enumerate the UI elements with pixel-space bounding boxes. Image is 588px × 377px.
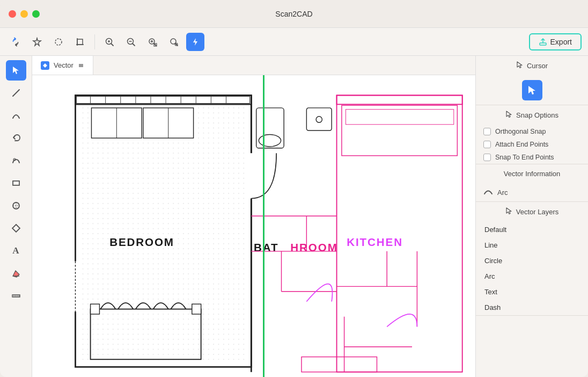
vector-tab[interactable]: Vector (32, 56, 93, 75)
cursor-title: Cursor (527, 62, 548, 70)
toolbar-right: Export (529, 33, 582, 50)
layer-line-label: Line (484, 241, 498, 249)
svg-marker-94 (528, 86, 535, 95)
curve-tool[interactable] (6, 150, 26, 171)
svg-marker-0 (33, 38, 41, 46)
canvas[interactable]: BEDROOM (32, 75, 475, 377)
tab-icon (41, 61, 49, 70)
ruler-tool[interactable] (6, 286, 26, 306)
svg-point-1 (55, 39, 62, 45)
vector-layers-header: Vector Layers (476, 202, 588, 222)
vector-info-title: Vector Information (504, 170, 561, 178)
attach-endpoints-checkbox[interactable] (483, 141, 491, 148)
text-tool[interactable]: A (6, 241, 26, 261)
layer-arc-label: Arc (484, 272, 495, 280)
snap-header-icon (505, 111, 513, 120)
zoom-actual-button[interactable] (165, 33, 183, 51)
arc-info-label: Arc (497, 189, 508, 197)
snap-header: Snap Options (476, 105, 588, 125)
svg-rect-28 (13, 181, 19, 185)
vector-layers-title: Vector Layers (516, 208, 559, 216)
snap-option-snap-to-end[interactable]: Snap To End Points (476, 151, 588, 164)
cursor-tool[interactable] (6, 60, 26, 81)
undo-tool[interactable] (6, 128, 26, 148)
snap-section: Snap Options Orthogonal Snap Attach End … (476, 105, 588, 164)
vector-layers-section: Vector Layers Default Line Circle Arc Te… (476, 202, 588, 316)
svg-marker-25 (13, 67, 19, 74)
tab-bar: Vector (32, 56, 475, 75)
close-button[interactable] (9, 10, 16, 18)
snap-to-endpoints-label: Snap To End Points (495, 154, 554, 161)
snap-option-orthogonal[interactable]: Orthogonal Snap (476, 125, 588, 138)
circle-select-button[interactable] (49, 33, 68, 51)
svg-rect-62 (91, 304, 100, 314)
cursor-tool-row (476, 76, 588, 105)
layer-circle-label: Circle (484, 257, 502, 265)
bedroom-label: BEDROOM (109, 236, 174, 248)
svg-marker-22 (193, 38, 197, 46)
svg-line-10 (133, 44, 135, 46)
snap-option-attach[interactable]: Attach End Points (476, 138, 588, 151)
svg-line-6 (112, 44, 114, 46)
svg-rect-73 (306, 108, 332, 130)
left-toolbar: A (0, 56, 32, 377)
layer-text-label: Text (484, 288, 497, 296)
layer-text[interactable]: Text (476, 284, 588, 300)
crop-button[interactable] (71, 33, 89, 51)
main-area: A (0, 56, 588, 377)
layer-dash-label: Dash (484, 303, 501, 311)
right-panel: Cursor Snap Options (475, 56, 588, 377)
export-button[interactable]: Export (529, 33, 582, 50)
vector-info-header: Vector Information (476, 164, 588, 183)
arc-info-item: Arc (476, 183, 588, 201)
layer-circle[interactable]: Circle (476, 253, 588, 269)
svg-point-72 (259, 135, 281, 147)
layer-line[interactable]: Line (476, 237, 588, 253)
minimize-button[interactable] (20, 10, 28, 18)
export-label: Export (550, 38, 572, 46)
arc-info-icon (483, 187, 493, 197)
titlebar: Scan2CAD (0, 0, 588, 28)
diamond-tool[interactable] (6, 218, 26, 238)
vector-info-section: Vector Information Arc (476, 164, 588, 202)
svg-text:KITCHEN: KITCHEN (347, 236, 403, 248)
flash-button[interactable] (186, 33, 204, 51)
vector-layers-icon (505, 207, 513, 216)
app-title: Scan2CAD (275, 10, 312, 18)
snap-to-endpoints-checkbox[interactable] (483, 154, 491, 161)
orthogonal-snap-label: Orthogonal Snap (495, 128, 546, 135)
cursor-section: Cursor (476, 56, 588, 105)
maximize-button[interactable] (32, 10, 40, 18)
svg-marker-32 (12, 224, 20, 232)
svg-rect-50 (76, 96, 249, 103)
attach-endpoints-label: Attach End Points (495, 141, 548, 148)
layer-arc[interactable]: Arc (476, 269, 588, 284)
tab-menu-icon[interactable] (78, 62, 84, 69)
arc-tool[interactable] (6, 105, 26, 126)
split-line (263, 75, 264, 377)
svg-rect-46 (80, 100, 246, 362)
rectangle-tool[interactable] (6, 173, 26, 193)
svg-rect-23 (540, 43, 546, 45)
layer-dash[interactable]: Dash (476, 300, 588, 315)
line-tool[interactable] (6, 83, 26, 103)
svg-line-26 (13, 90, 19, 96)
floor-plan-svg: BEDROOM (32, 75, 475, 377)
svg-marker-40 (43, 63, 47, 68)
canvas-area: Vector (32, 56, 475, 377)
svg-rect-63 (192, 304, 201, 314)
snap-title: Snap Options (516, 111, 558, 119)
zoom-fit-button[interactable] (143, 33, 161, 51)
circle-tool[interactable] (6, 195, 26, 216)
main-toolbar: Export (0, 28, 588, 56)
layer-default[interactable]: Default (476, 222, 588, 237)
orthogonal-snap-checkbox[interactable] (483, 128, 491, 135)
eraser-tool[interactable] (6, 263, 26, 284)
zoom-out-button[interactable] (122, 33, 140, 51)
svg-rect-2 (77, 39, 83, 45)
cursor-panel-button[interactable] (522, 80, 542, 100)
refresh-button[interactable] (6, 33, 25, 51)
window-controls[interactable] (9, 10, 40, 18)
zoom-in-button[interactable] (100, 33, 119, 51)
auto-vectorize-button[interactable] (28, 33, 46, 51)
